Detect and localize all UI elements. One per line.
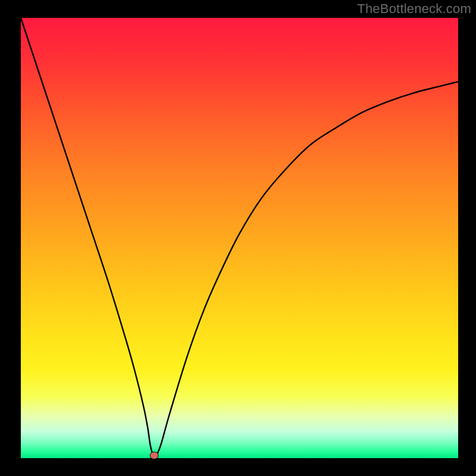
chart-frame: TheBottleneck.com [0, 0, 476, 476]
chart-svg [0, 0, 476, 476]
watermark-label: TheBottleneck.com [357, 1, 471, 17]
optimal-point-marker [150, 452, 158, 459]
plot-background [21, 18, 458, 458]
